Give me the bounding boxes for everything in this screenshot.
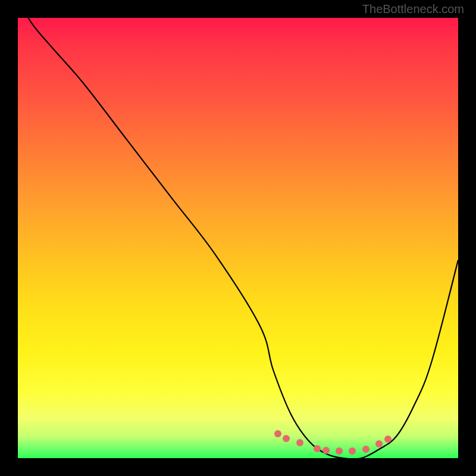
- highlight-dot: [384, 436, 392, 443]
- optimal-range-dots: [18, 18, 458, 458]
- highlight-dot: [322, 447, 330, 454]
- highlight-dot: [362, 446, 369, 453]
- watermark-text: TheBottleneck.com: [362, 2, 464, 16]
- highlight-dot: [314, 445, 321, 452]
- highlight-dot: [336, 447, 343, 455]
- highlight-dot: [274, 430, 281, 437]
- highlight-dot: [349, 447, 356, 455]
- highlight-dot: [375, 440, 383, 447]
- highlight-dot: [283, 435, 290, 442]
- chart-plot-area: [18, 18, 458, 458]
- highlight-dot: [296, 439, 303, 446]
